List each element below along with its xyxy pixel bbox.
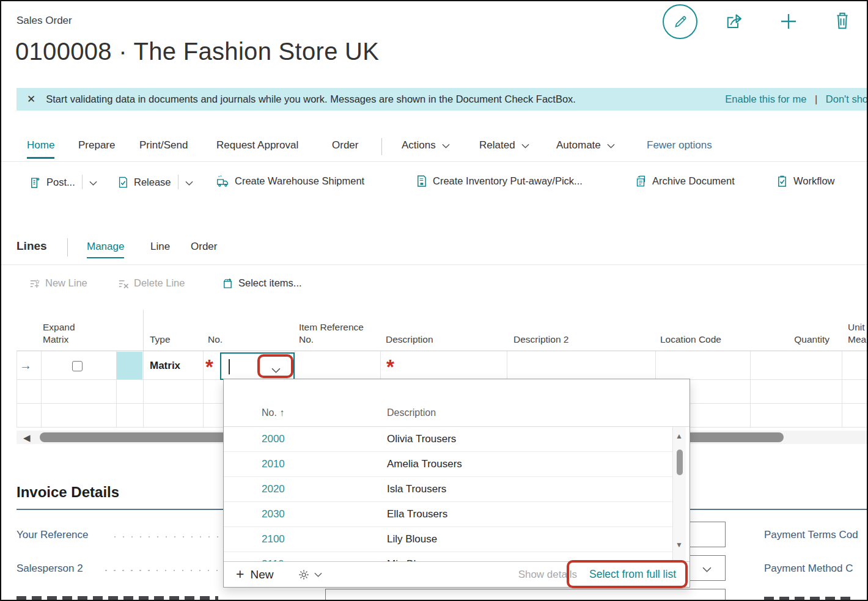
dropdown-scrollbar[interactable]: ▲ ▼ [672, 427, 686, 563]
create-warehouse-shipment-button[interactable]: Create Warehouse Shipment [216, 175, 364, 188]
chevron-down-icon [442, 139, 450, 151]
col-description-2[interactable]: Description 2 [513, 333, 568, 346]
scroll-up-arrow[interactable]: ▲ [675, 432, 683, 440]
grid-line [143, 351, 144, 428]
lines-section-divider [1, 264, 867, 265]
show-details-link[interactable]: Show details [518, 569, 577, 581]
dropdown-col-no[interactable]: No. ↑ [262, 407, 284, 418]
lines-tab-order[interactable]: Order [191, 241, 217, 257]
chevron-down-icon [314, 572, 322, 577]
grid-line [203, 351, 204, 428]
workflow-button[interactable]: Workflow [776, 175, 835, 188]
post-dropdown-chevron[interactable] [89, 177, 103, 188]
lines-tab-manage[interactable]: Manage [87, 241, 124, 258]
dropdown-scrollbar-thumb[interactable] [677, 450, 683, 475]
page-caption: Sales Order [17, 15, 72, 27]
item-row[interactable]: 2010Amelia Trousers [224, 452, 676, 477]
grid-line [17, 351, 17, 428]
new-plus-icon[interactable] [779, 12, 798, 34]
dropdown-col-description[interactable]: Description [387, 407, 436, 418]
col-no[interactable]: No. [208, 333, 223, 346]
release-dropdown-chevron[interactable] [185, 177, 199, 188]
col-type[interactable]: Type [150, 333, 171, 346]
active-row-arrow: → [20, 359, 32, 373]
grid-line [41, 351, 42, 428]
tab-prepare[interactable]: Prepare [78, 139, 115, 157]
type-cell[interactable]: Matrix [150, 360, 180, 372]
link-separator: | [815, 93, 817, 104]
create-inventory-putaway-button[interactable]: Create Inventory Put-away/Pick... [416, 175, 583, 188]
item-lookup-dropdown: No. ↑ Description 2000Olivia Trousers 20… [223, 379, 690, 588]
no-field-input[interactable] [220, 352, 295, 380]
menu-automate[interactable]: Automate [556, 139, 615, 157]
item-row[interactable]: 2020Isla Trousers [224, 477, 676, 502]
tab-order[interactable]: Order [332, 139, 358, 157]
delete-trash-icon[interactable] [833, 11, 851, 33]
col-description[interactable]: Description [386, 333, 433, 346]
select-items-button[interactable]: Select items... [221, 277, 302, 289]
new-line-button: New Line [29, 277, 87, 289]
your-reference-label: Your Reference [17, 529, 89, 541]
fewer-options[interactable]: Fewer options [647, 139, 712, 157]
lines-tab-line[interactable]: Line [150, 241, 170, 257]
share-icon[interactable] [724, 12, 745, 33]
item-row[interactable]: 2100Lily Blouse [224, 527, 676, 552]
notification-message: Start validating data in documents and j… [46, 93, 718, 105]
dont-show-link[interactable]: Don't sho [826, 93, 868, 104]
grid-line [750, 351, 751, 428]
col-location-code[interactable]: Location Code [660, 333, 721, 346]
col-quantity[interactable]: Quantity [750, 333, 829, 346]
combobox-chevron[interactable] [702, 564, 712, 575]
tab-request-approval[interactable]: Request Approval [216, 139, 298, 157]
invoice-details-title: Invoice Details [17, 484, 119, 501]
next-field-input-clipped[interactable] [325, 589, 726, 601]
dropdown-new-button[interactable]: + New [236, 566, 273, 583]
col-unit-of-measure[interactable]: Unit Mea [848, 321, 866, 346]
row-select-cell[interactable] [117, 352, 142, 379]
action-divider [82, 175, 83, 189]
dropdown-footer: + New Show details Select from full list [224, 561, 690, 587]
notification-bar: ✕ Start validating data in documents and… [17, 88, 868, 111]
chevron-down-icon [607, 139, 615, 151]
tab-print-send[interactable]: Print/Send [139, 139, 188, 157]
clipped-section-heading [17, 596, 218, 601]
header-freeze-line [143, 310, 144, 351]
plus-icon: + [236, 566, 244, 583]
item-row[interactable]: 2000Olivia Trousers [224, 427, 676, 452]
no-field-dropdown-chevron[interactable] [271, 365, 281, 376]
action-divider [178, 175, 178, 189]
delete-line-button: Delete Line [117, 277, 185, 289]
item-row[interactable]: 2030Ella Trousers [224, 502, 676, 527]
col-item-reference-no[interactable]: Item Reference No. [299, 321, 364, 346]
scroll-down-arrow[interactable]: ▼ [675, 541, 683, 549]
scroll-left-arrow[interactable]: ◀ [23, 432, 31, 443]
ribbon-divider [1, 161, 867, 162]
dropdown-settings-button[interactable] [298, 569, 326, 581]
table-header-border [17, 351, 868, 351]
description-mandatory-asterisk: * [386, 357, 394, 377]
payment-terms-label: Payment Terms Cod [764, 529, 858, 541]
edit-pencil-icon[interactable] [663, 4, 697, 39]
sales-order-page: Sales Order 0100008 · The Fashion Store … [0, 0, 868, 601]
text-caret [229, 359, 230, 374]
clipped-field-label [764, 597, 856, 601]
salesperson-2-label: Salesperson 2 [17, 563, 83, 575]
tab-divider [381, 138, 382, 155]
menu-actions[interactable]: Actions [402, 139, 450, 157]
notification-close-icon[interactable]: ✕ [27, 93, 35, 106]
no-mandatory-asterisk: * [205, 357, 213, 377]
post-button[interactable]: Post... [29, 175, 103, 189]
page-title: 0100008 · The Fashion Store UK [15, 38, 379, 65]
enable-this-link[interactable]: Enable this for me [725, 93, 806, 104]
notification-links: Enable this for me | Don't sho [725, 93, 868, 105]
sort-ascending-icon: ↑ [279, 407, 284, 418]
tab-home[interactable]: Home [27, 139, 54, 159]
payment-method-label: Payment Method C [764, 563, 853, 575]
release-button[interactable]: Release [117, 175, 199, 189]
col-expand-matrix[interactable]: Expand Matrix [43, 321, 75, 346]
grid-line [842, 351, 842, 428]
archive-document-button[interactable]: Archive Document [634, 175, 735, 188]
select-from-full-list-link[interactable]: Select from full list [589, 568, 676, 581]
menu-related[interactable]: Related [479, 139, 529, 157]
expand-matrix-checkbox[interactable] [72, 361, 83, 371]
